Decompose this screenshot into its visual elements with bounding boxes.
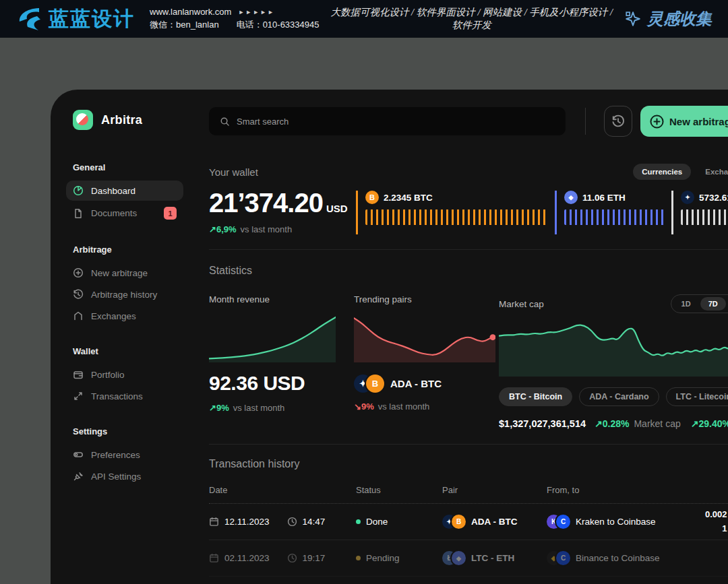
balance-value: 21’374.20 (209, 188, 323, 218)
eth-amount: 11.06 ETH (582, 193, 626, 203)
plug-icon (73, 471, 84, 482)
agency-website: www.lanlanwork.com (150, 7, 231, 17)
inspiration-collect[interactable]: 灵感收集 (624, 8, 712, 30)
holding-ada: 5732.61 ADA (671, 191, 728, 234)
market-cap-widget: Market cap 1D 7D 1M BTC - Bitcoin ADA - … (499, 294, 728, 429)
agency-banner: 蓝蓝设计 www.lanlanwork.com ►►►►► 微信：ben_lan… (0, 0, 728, 38)
ada-icon (681, 191, 694, 204)
pie-chart-icon (73, 185, 84, 196)
topbar: New arbitrage (209, 106, 728, 137)
agency-logo-icon (16, 7, 42, 31)
header-from-to: From, to (547, 485, 705, 495)
table-row[interactable]: 12.11.2023 14:47 Done ADA - BTC Kraken t… (209, 504, 728, 540)
trending-pairs-chart (354, 314, 495, 362)
delta-arrow: ↗ (691, 418, 699, 429)
sidebar-item-arbitrage-history[interactable]: Arbitrage history (66, 284, 183, 304)
sidebar-item-label: Arbitrage history (91, 290, 157, 300)
table-row[interactable]: 02.11.2023 19:17 Pending LTC - ETH Binan… (209, 540, 728, 577)
cap-delta: 0.28% (603, 418, 630, 429)
search-input[interactable] (237, 117, 555, 127)
sidebar-item-preferences[interactable]: Preferences (66, 445, 183, 465)
btc-amount: 2.2345 BTC (384, 193, 433, 203)
volume-delta: 29.40% (698, 418, 728, 429)
status-dot-done (356, 519, 361, 524)
clock-icon (287, 553, 297, 563)
section-header-arbitrage: Arbitrage (73, 245, 195, 255)
search-icon (220, 117, 230, 127)
wallet-delta: 6,9% (216, 224, 237, 234)
delta-arrow: ↗ (209, 224, 216, 234)
sidebar-item-new-arbitrage[interactable]: New arbitrage (66, 263, 183, 283)
range-1d[interactable]: 1D (673, 297, 699, 311)
sidebar-item-documents[interactable]: Documents 1 (66, 202, 183, 224)
sidebar-item-transactions[interactable]: Transactions (66, 386, 183, 406)
arbitra-logo-icon (73, 110, 93, 130)
sparkle-star-icon (624, 10, 642, 28)
sidebar-item-label: Preferences (91, 450, 140, 460)
sidebar-item-api-settings[interactable]: API Settings (66, 466, 183, 486)
tag-ada[interactable]: ADA - Cardano (579, 387, 659, 406)
delta-suffix: vs last month (233, 403, 285, 413)
holding-eth: 11.06 ETH (555, 191, 671, 234)
header-status: Status (356, 485, 442, 495)
sidebar: Arbitra General Dashboard Documents 1 Ar… (51, 90, 195, 584)
holding-btc: 2.2345 BTC (356, 191, 555, 234)
calendar-icon (209, 553, 219, 563)
history-icon (611, 115, 625, 128)
market-cap-label: Market cap (499, 299, 544, 309)
history-button[interactable] (604, 106, 632, 137)
route-label: Binance to Coinbase (576, 553, 660, 563)
trending-delta: 9% (361, 401, 374, 412)
market-cap-value: $1,327,027,361,514 (499, 418, 586, 429)
trending-pair-name: ADA - BTC (390, 378, 442, 389)
balance-currency: USD (326, 203, 348, 214)
month-revenue-value: 92.36 USD (209, 372, 354, 395)
history-icon (73, 289, 84, 300)
clock-icon (287, 517, 297, 527)
tag-ltc[interactable]: LTC - Litecoin (666, 387, 728, 406)
sidebar-item-portfolio[interactable]: Portfolio (66, 364, 183, 385)
section-header-general: General (73, 162, 195, 172)
header-pair: Pair (442, 485, 547, 495)
ada-amount: 5732.61 ADA (699, 193, 728, 203)
delta-suffix: vs last month (241, 224, 293, 234)
range-selector: 1D 7D 1M (671, 294, 728, 313)
collect-label: 灵感收集 (647, 8, 712, 30)
wallet-header: Your wallet Currencies Exchanges (209, 164, 728, 180)
coinbase-icon (556, 515, 570, 529)
delta-arrow: ↗ (595, 418, 603, 429)
toggle-currencies[interactable]: Currencies (633, 164, 691, 180)
header-date: Date (209, 485, 356, 495)
market-cap-chart (499, 317, 728, 377)
document-icon (73, 208, 84, 219)
delta-arrow: ↗ (209, 403, 216, 413)
wallet-row: 21’374.20USD ↗6,9% vs last month 2.2345 … (209, 189, 728, 234)
wallet-balance: 21’374.20USD ↗6,9% vs last month (209, 189, 356, 234)
plus-circle-icon (73, 267, 84, 278)
statistics-grid: Month revenue 92.36 USD ↗9% vs last mont… (209, 294, 728, 429)
wallet-toggle: Currencies Exchanges (633, 164, 728, 180)
agency-logo: 蓝蓝设计 (16, 5, 135, 33)
swap-arrows-icon (73, 391, 84, 401)
search-bar[interactable] (209, 107, 566, 135)
calendar-icon (209, 517, 219, 527)
cap-label: Market cap (634, 418, 680, 429)
sidebar-item-dashboard[interactable]: Dashboard (66, 181, 183, 201)
pair-label: ADA - BTC (471, 517, 518, 527)
bank-icon (73, 311, 84, 321)
trending-pairs-label: Trending pairs (354, 294, 499, 304)
table-header: Date Status Pair From, to (209, 485, 728, 504)
table-row[interactable]: 29.10.2023 04:23 Done ADA - BTC Kraken t… (209, 577, 728, 584)
range-7d[interactable]: 7D (700, 297, 726, 311)
sidebar-item-exchanges[interactable]: Exchanges (66, 306, 183, 326)
sidebar-item-label: Dashboard (91, 186, 135, 196)
toggle-exchanges[interactable]: Exchanges (696, 164, 728, 180)
new-arbitrage-button[interactable]: New arbitrage (640, 106, 728, 137)
month-revenue-delta: 9% (216, 403, 229, 413)
agency-info: www.lanlanwork.com ►►►►► 微信：ben_lanlan 电… (150, 7, 319, 31)
agency-logo-text: 蓝蓝设计 (49, 5, 135, 33)
sidebar-item-label: New arbitrage (91, 268, 148, 278)
plus-circle-icon (649, 114, 665, 129)
tag-btc[interactable]: BTC - Bitcoin (499, 387, 572, 406)
tx-amount: 0.0021 (705, 508, 728, 535)
